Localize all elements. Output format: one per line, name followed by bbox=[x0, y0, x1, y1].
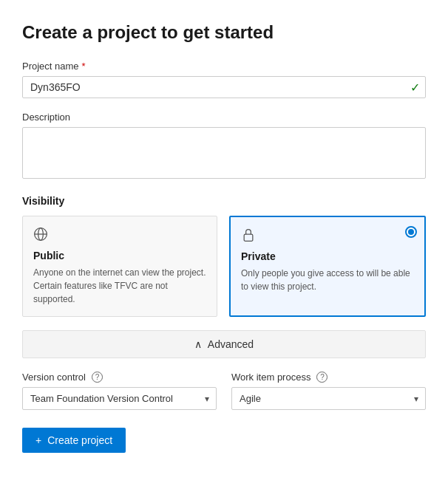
description-label: Description bbox=[22, 112, 426, 123]
project-name-input[interactable] bbox=[22, 76, 426, 98]
project-name-label: Project name * bbox=[22, 61, 426, 72]
create-project-button[interactable]: + Create project bbox=[22, 428, 126, 453]
visibility-private-card[interactable]: Private Only people you give access to w… bbox=[229, 216, 426, 317]
description-input[interactable] bbox=[22, 127, 426, 179]
public-card-title: Public bbox=[33, 250, 206, 261]
public-card-description: Anyone on the internet can view the proj… bbox=[33, 266, 206, 306]
work-item-process-label: Work item process ? bbox=[231, 372, 426, 383]
chevron-up-icon: ∧ bbox=[194, 338, 202, 350]
create-project-label: Create project bbox=[47, 434, 112, 446]
lock-icon bbox=[241, 228, 414, 246]
version-control-help-icon[interactable]: ? bbox=[92, 372, 103, 383]
visibility-section: Visibility Public Anyone on the internet… bbox=[22, 195, 426, 317]
valid-check-icon: ✓ bbox=[410, 81, 420, 95]
work-item-process-help-icon[interactable]: ? bbox=[316, 372, 327, 383]
private-card-description: Only people you give access to will be a… bbox=[241, 267, 414, 293]
svg-rect-3 bbox=[244, 234, 253, 241]
version-control-label: Version control ? bbox=[22, 372, 217, 383]
project-name-field-wrapper: ✓ bbox=[22, 76, 426, 98]
visibility-public-card[interactable]: Public Anyone on the internet can view t… bbox=[22, 216, 217, 317]
version-control-field: Version control ? Git Team Foundation Ve… bbox=[22, 372, 217, 410]
advanced-label: Advanced bbox=[208, 338, 254, 350]
globe-icon bbox=[33, 227, 206, 245]
version-control-select[interactable]: Git Team Foundation Version Control bbox=[22, 387, 217, 410]
advanced-fields: Version control ? Git Team Foundation Ve… bbox=[22, 372, 426, 410]
private-radio-indicator bbox=[405, 225, 417, 238]
private-card-title: Private bbox=[241, 250, 414, 262]
visibility-label: Visibility bbox=[22, 195, 426, 207]
page-title: Create a project to get started bbox=[22, 22, 426, 43]
version-control-select-wrapper: Git Team Foundation Version Control ▾ bbox=[22, 387, 217, 410]
work-item-process-field: Work item process ? Agile Scrum CMMI Bas… bbox=[231, 372, 426, 410]
plus-icon: + bbox=[35, 434, 41, 446]
required-indicator: * bbox=[82, 61, 86, 72]
description-field-wrapper bbox=[22, 127, 426, 182]
work-item-process-select-wrapper: Agile Scrum CMMI Basic ▾ bbox=[231, 387, 426, 410]
visibility-options: Public Anyone on the internet can view t… bbox=[22, 216, 426, 317]
work-item-process-select[interactable]: Agile Scrum CMMI Basic bbox=[231, 387, 426, 410]
advanced-toggle[interactable]: ∧ Advanced bbox=[22, 330, 426, 358]
